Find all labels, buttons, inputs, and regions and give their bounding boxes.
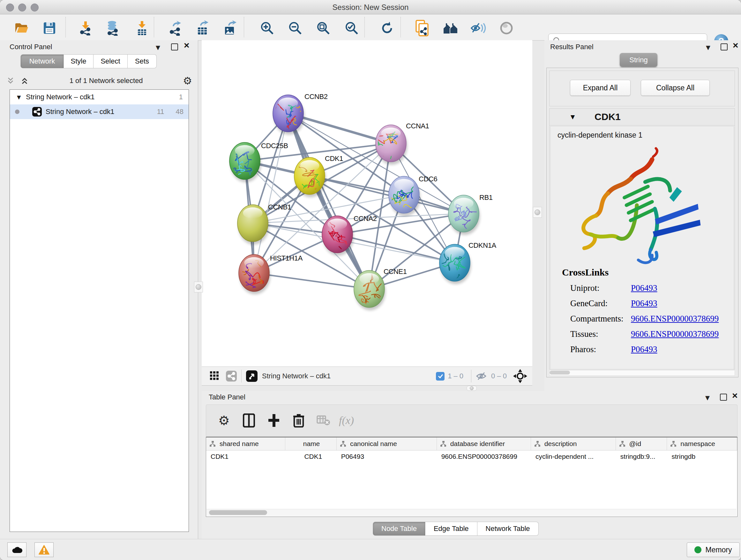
node-label-cdc6: CDC6 xyxy=(419,175,437,183)
memory-label: Memory xyxy=(705,546,732,554)
network-share-icon xyxy=(32,107,42,117)
network-view-canvas[interactable]: CCNB2CCNA1CDC25BCDK1CDC6RB1CCNB1CCNA2CDK… xyxy=(202,40,532,367)
function-builder-fx[interactable]: f(x) xyxy=(339,415,354,427)
string-network-graph[interactable]: CCNB2CCNA1CDC25BCDK1CDC6RB1CCNB1CCNA2CDK… xyxy=(202,40,532,367)
crosslink-link[interactable]: P06493 xyxy=(631,299,657,308)
collapse-all-icon[interactable] xyxy=(6,76,15,85)
tab-network[interactable]: Network xyxy=(20,54,64,68)
expand-all-button[interactable]: Expand All xyxy=(570,80,630,96)
results-panel-close-icon[interactable]: × xyxy=(733,42,738,49)
zoom-selected-button[interactable] xyxy=(344,20,360,36)
column-header-name[interactable]: name xyxy=(285,437,337,450)
tab-network-table[interactable]: Network Table xyxy=(477,522,539,536)
import-table-file-button[interactable] xyxy=(134,20,150,36)
tab-style[interactable]: Style xyxy=(64,54,93,68)
column-header-canonical-name[interactable]: canonical name xyxy=(337,437,437,450)
column-header--id[interactable]: @id xyxy=(616,437,667,450)
table-cell[interactable]: stringdb xyxy=(667,453,737,460)
refresh-view-button[interactable] xyxy=(379,20,395,36)
zoom-in-icon xyxy=(260,21,274,35)
zoom-out-button[interactable] xyxy=(287,20,303,36)
enhanced-graphics-toggle-button[interactable] xyxy=(470,20,486,36)
memory-button[interactable]: Memory xyxy=(687,543,740,557)
show-graphics-details-button[interactable] xyxy=(498,20,515,36)
column-header-description[interactable]: description xyxy=(531,437,616,450)
column-header-shared-name[interactable]: shared name xyxy=(206,437,285,450)
hidden-eye-slash-icon[interactable] xyxy=(476,371,488,381)
network-row[interactable]: String Network – cdk1 11 48 xyxy=(10,105,189,119)
fit-content-target-icon[interactable] xyxy=(513,369,527,383)
collapse-all-button[interactable]: Collapse All xyxy=(641,80,710,96)
open-session-button[interactable] xyxy=(14,20,30,36)
results-horizontal-scrollbar[interactable] xyxy=(549,370,735,376)
column-header-namespace[interactable]: namespace xyxy=(667,437,737,450)
protein-section-header[interactable]: ▼ CDK1 xyxy=(549,109,735,125)
table-row[interactable]: CDK1CDK1P064939606.ENSP00000378699cyclin… xyxy=(206,450,737,462)
delete-column-trash-icon[interactable] xyxy=(292,414,306,428)
delete-table-icon[interactable] xyxy=(317,414,331,428)
table-cell[interactable]: CDK1 xyxy=(206,453,285,460)
show-columns-icon[interactable] xyxy=(242,414,256,428)
results-panel-menu-caret[interactable]: ▼ xyxy=(706,44,711,51)
string-home-button[interactable] xyxy=(443,20,459,36)
control-panel-float-icon[interactable] xyxy=(171,44,178,51)
table-horizontal-scrollbar[interactable] xyxy=(206,509,736,516)
create-column-plus-icon[interactable] xyxy=(267,414,281,428)
table-panel-float-icon[interactable] xyxy=(720,394,727,401)
node-table[interactable]: shared namenamecanonical namedatabase id… xyxy=(206,437,738,517)
network-options-gear-icon[interactable]: ⚙ xyxy=(183,75,192,87)
cloud-button[interactable] xyxy=(7,543,26,557)
tab-edge-table[interactable]: Edge Table xyxy=(425,522,477,536)
expand-all-icon[interactable] xyxy=(20,76,29,85)
protein-collapse-caret[interactable]: ▼ xyxy=(570,114,575,120)
table-options-gear-icon[interactable]: ⚙ xyxy=(217,414,231,428)
import-network-database-button[interactable] xyxy=(105,20,121,36)
tree-expand-caret[interactable]: ▼ xyxy=(17,94,21,100)
table-cell[interactable]: 9606.ENSP00000378699 xyxy=(437,453,531,460)
birds-eye-view-icon[interactable] xyxy=(246,370,258,382)
crosslink-link[interactable]: P06493 xyxy=(631,345,657,354)
network-view-share-icon[interactable] xyxy=(226,371,237,381)
tab-select[interactable]: Select xyxy=(93,54,128,68)
crosslink-link[interactable]: 9606.ENSP00000378699 xyxy=(631,329,719,339)
table-panel-close-icon[interactable]: × xyxy=(732,392,738,399)
tab-node-table[interactable]: Node Table xyxy=(373,522,425,536)
table-cell[interactable]: CDK1 xyxy=(285,453,337,460)
crosslinks-rows: Uniprot:P06493GeneCard:P06493Compartment… xyxy=(562,283,719,354)
export-table-button[interactable] xyxy=(195,20,211,36)
table-scrollbar-thumb[interactable] xyxy=(209,510,267,515)
network-collection-row[interactable]: ▼ String Network – cdk1 1 xyxy=(10,90,189,105)
control-panel: Control Panel ▼ × Network Style Select S… xyxy=(0,40,198,539)
tab-string-results[interactable]: String xyxy=(620,53,657,67)
zoom-fit-button[interactable] xyxy=(315,20,331,36)
control-panel-close-icon[interactable]: × xyxy=(184,42,190,49)
zoom-in-button[interactable] xyxy=(259,20,275,36)
control-panel-menu-caret[interactable]: ▼ xyxy=(156,44,160,51)
crosslink-link[interactable]: P06493 xyxy=(631,283,657,293)
bottom-splitter-handle[interactable] xyxy=(467,386,477,391)
results-scrollbar-thumb[interactable] xyxy=(549,371,570,374)
table-cell[interactable]: cyclin-dependent ... xyxy=(531,453,616,460)
clone-network-button[interactable] xyxy=(414,20,430,36)
node-label-ccna1: CCNA1 xyxy=(406,122,429,130)
left-splitter-handle[interactable] xyxy=(194,282,203,293)
export-network-icon xyxy=(168,20,182,36)
title-bar: Session: New Session xyxy=(0,0,741,14)
column-header-database-identifier[interactable]: database identifier xyxy=(437,437,531,450)
table-panel-menu-caret[interactable]: ▼ xyxy=(705,394,710,401)
grid-view-icon[interactable] xyxy=(210,371,219,381)
crosslink-row: Tissues:9606.ENSP00000378699 xyxy=(562,329,719,339)
import-network-file-button[interactable] xyxy=(77,20,93,36)
save-session-button[interactable] xyxy=(42,20,57,36)
results-panel-float-icon[interactable] xyxy=(721,44,728,51)
right-splitter-handle[interactable] xyxy=(533,207,542,218)
warnings-button[interactable] xyxy=(35,543,54,557)
export-network-button[interactable] xyxy=(167,20,183,36)
table-cell[interactable]: P06493 xyxy=(337,453,437,460)
selected-checkbox[interactable] xyxy=(436,372,445,381)
save-icon xyxy=(43,22,56,35)
crosslink-link[interactable]: 9606.ENSP00000378699 xyxy=(631,314,719,324)
tab-sets[interactable]: Sets xyxy=(128,54,157,68)
table-cell[interactable]: stringdb:9... xyxy=(616,453,667,460)
export-image-button[interactable] xyxy=(222,20,238,36)
